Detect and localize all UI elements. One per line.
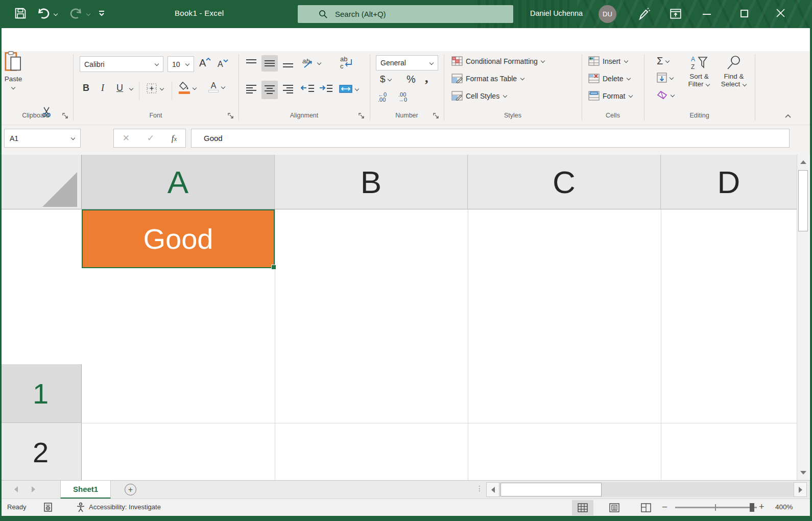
zoom-level[interactable]: 400% bbox=[775, 503, 793, 511]
clear-dropdown[interactable] bbox=[670, 93, 675, 97]
bold-button[interactable]: B bbox=[83, 83, 89, 93]
scroll-up-button[interactable] bbox=[798, 155, 809, 169]
middle-align-button[interactable] bbox=[261, 55, 278, 72]
sheet-nav-prev-button[interactable] bbox=[14, 486, 18, 492]
page-break-preview-button[interactable] bbox=[635, 500, 657, 515]
orientation-dropdown[interactable] bbox=[317, 61, 321, 65]
clear-button[interactable] bbox=[657, 90, 675, 100]
macro-record-button[interactable] bbox=[43, 502, 53, 514]
zoom-slider-track[interactable] bbox=[675, 507, 757, 508]
insert-cells-button[interactable]: Insert bbox=[588, 56, 628, 66]
name-box[interactable]: A1 bbox=[4, 129, 81, 148]
sheet-tab-sheet1[interactable]: Sheet1 bbox=[60, 481, 111, 499]
minimize-button[interactable] bbox=[703, 13, 711, 15]
underline-dropdown[interactable] bbox=[129, 87, 133, 90]
top-align-button[interactable] bbox=[245, 58, 257, 69]
number-format-combo[interactable]: General bbox=[376, 55, 438, 70]
paste-dropdown[interactable] bbox=[11, 86, 16, 89]
row-header-1[interactable]: 1 bbox=[0, 364, 82, 423]
increase-indent-button[interactable] bbox=[319, 84, 333, 97]
fill-handle[interactable] bbox=[271, 265, 276, 270]
cell-styles-button[interactable]: Cell Styles bbox=[451, 91, 507, 101]
column-header-d[interactable]: D bbox=[661, 155, 797, 209]
font-size-combo[interactable]: 10 bbox=[168, 56, 194, 72]
column-header-c[interactable]: C bbox=[468, 155, 661, 209]
wrap-text-button[interactable]: ab c bbox=[339, 55, 354, 73]
close-button[interactable] bbox=[776, 9, 785, 17]
accessibility-button[interactable] bbox=[76, 502, 86, 514]
maximize-button[interactable] bbox=[741, 10, 748, 17]
increase-font-size-button[interactable]: A bbox=[199, 57, 211, 69]
vertical-scroll-thumb[interactable] bbox=[798, 170, 808, 231]
autosum-button[interactable]: Σ bbox=[657, 55, 670, 67]
normal-view-button[interactable] bbox=[572, 500, 593, 515]
conditional-formatting-button[interactable]: Conditional Formatting bbox=[451, 56, 545, 66]
paste-button[interactable]: Paste bbox=[0, 51, 27, 102]
clipboard-dialog-launcher[interactable] bbox=[62, 112, 69, 120]
name-box-dropdown[interactable] bbox=[70, 136, 75, 140]
formula-input[interactable]: Good bbox=[191, 129, 790, 148]
cell-a1[interactable]: Good bbox=[82, 209, 275, 268]
find-select-button[interactable]: Find & Select bbox=[718, 55, 750, 88]
percent-style-button[interactable]: % bbox=[407, 74, 416, 85]
scroll-down-button[interactable] bbox=[798, 465, 809, 480]
center-button[interactable] bbox=[261, 81, 278, 99]
collapse-ribbon-button[interactable] bbox=[784, 111, 792, 121]
fill-color-button[interactable] bbox=[179, 82, 197, 94]
fill-dropdown[interactable] bbox=[669, 76, 674, 80]
new-sheet-button[interactable]: + bbox=[125, 484, 136, 495]
enter-icon[interactable]: ✓ bbox=[147, 133, 154, 144]
zoom-in-button[interactable]: + bbox=[759, 502, 765, 512]
borders-button[interactable] bbox=[146, 83, 164, 94]
increase-decimal-button[interactable]: ←0.00 bbox=[378, 92, 387, 102]
tab-splitter-handle[interactable]: ⋮ bbox=[476, 484, 483, 492]
undo-button[interactable] bbox=[37, 7, 50, 20]
redo-dropdown[interactable] bbox=[86, 12, 90, 16]
fill-color-dropdown[interactable] bbox=[192, 86, 197, 90]
merge-center-button[interactable] bbox=[339, 84, 359, 94]
insert-function-icon[interactable]: fx bbox=[172, 133, 177, 144]
autosum-dropdown[interactable] bbox=[665, 59, 670, 63]
font-name-combo[interactable]: Calibri bbox=[80, 56, 163, 72]
number-dialog-launcher[interactable] bbox=[433, 112, 440, 120]
merge-center-dropdown[interactable] bbox=[354, 87, 359, 91]
sheet-nav-next-button[interactable] bbox=[32, 486, 35, 492]
format-cells-button[interactable]: Format bbox=[588, 91, 633, 101]
ribbon-display-options-button[interactable] bbox=[669, 7, 682, 20]
user-name[interactable]: Daniel Uchenna bbox=[530, 9, 583, 17]
format-as-table-button[interactable]: Format as Table bbox=[451, 74, 524, 83]
alignment-dialog-launcher[interactable] bbox=[359, 112, 366, 120]
align-left-button[interactable] bbox=[245, 84, 257, 97]
underline-button[interactable]: U bbox=[116, 83, 123, 93]
font-color-button[interactable]: A bbox=[208, 82, 225, 92]
accounting-dropdown[interactable] bbox=[388, 78, 392, 81]
cancel-icon[interactable]: ✕ bbox=[123, 133, 130, 144]
bottom-align-button[interactable] bbox=[282, 59, 294, 70]
row-header-2[interactable]: 2 bbox=[0, 423, 82, 480]
decrease-decimal-button[interactable]: .00→0 bbox=[398, 92, 407, 102]
redo-button[interactable] bbox=[69, 7, 83, 20]
comma-style-button[interactable]: , bbox=[425, 70, 428, 86]
decrease-font-size-button[interactable]: A bbox=[218, 59, 228, 69]
search-input[interactable]: Search (Alt+Q) bbox=[298, 5, 513, 23]
undo-dropdown[interactable] bbox=[53, 12, 58, 16]
orientation-button[interactable]: ab bbox=[301, 56, 321, 69]
accounting-format-button[interactable]: $ bbox=[380, 74, 392, 85]
vertical-scrollbar[interactable] bbox=[797, 155, 809, 480]
column-header-a[interactable]: A bbox=[82, 155, 275, 209]
scroll-left-button[interactable] bbox=[486, 482, 499, 497]
borders-dropdown[interactable] bbox=[159, 87, 164, 90]
horizontal-scroll-thumb[interactable] bbox=[500, 483, 602, 496]
scroll-right-button[interactable] bbox=[794, 482, 807, 497]
horizontal-scrollbar[interactable] bbox=[486, 482, 807, 497]
customize-quick-access-toolbar-button[interactable] bbox=[97, 9, 106, 17]
zoom-slider-thumb[interactable] bbox=[750, 503, 754, 512]
column-header-b[interactable]: B bbox=[275, 155, 468, 209]
sort-filter-button[interactable]: A Z Sort & Filter bbox=[683, 55, 715, 88]
delete-cells-button[interactable]: Delete bbox=[588, 74, 631, 83]
inking-button[interactable] bbox=[636, 7, 651, 21]
font-color-dropdown[interactable] bbox=[221, 85, 225, 89]
page-layout-view-button[interactable] bbox=[604, 500, 625, 515]
zoom-out-button[interactable]: − bbox=[662, 502, 667, 513]
font-dialog-launcher[interactable] bbox=[228, 112, 235, 120]
